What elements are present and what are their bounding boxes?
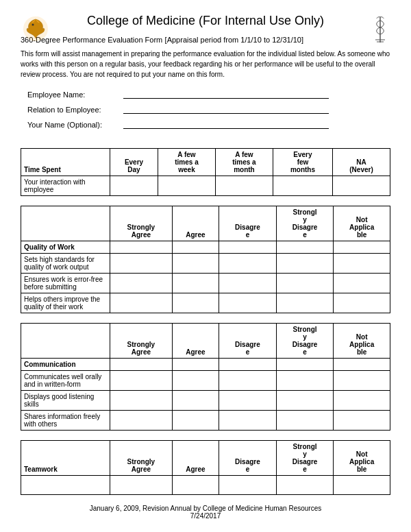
col-agree3: Agree <box>172 441 219 476</box>
relation-label: Relation to Employee: <box>27 106 123 114</box>
comm-header <box>21 324 110 359</box>
col-every-few-months: Everyfewmonths <box>273 149 332 176</box>
col-strongly-disagree: StronglyDisagree <box>276 206 334 241</box>
comm-row-header: Communication <box>21 359 110 371</box>
your-name-row: Your Name (Optional): <box>21 118 390 129</box>
svg-point-1 <box>32 24 34 26</box>
col-disagree2: Disagree <box>219 324 277 359</box>
teamwork-section: Teamwork StronglyAgree Agree Disagree St… <box>21 440 390 495</box>
intro-text: This form will assist management in prep… <box>21 49 390 80</box>
table-row: Shares information freely with others <box>21 411 390 431</box>
table-row: Communicates well orally and in written-… <box>21 371 390 391</box>
time-spent-section: Time Spent EveryDay A fewtimes aweek A f… <box>21 148 390 196</box>
logo-left <box>21 14 51 46</box>
footer-line2: 7/24/2017 <box>21 512 390 520</box>
table-row: Displays good listening skills <box>21 391 390 411</box>
col-few-times-week: A fewtimes aweek <box>158 149 216 176</box>
communication-section: StronglyAgree Agree Disagree StronglyDis… <box>21 323 390 431</box>
your-name-field[interactable] <box>123 118 329 129</box>
col-strongly-disagree2: StronglyDisagree <box>276 324 334 359</box>
col-not-applicable3: NotApplicable <box>334 441 390 476</box>
employee-name-row: Employee Name: <box>21 88 390 99</box>
teamwork-table: Teamwork StronglyAgree Agree Disagree St… <box>21 440 390 495</box>
quality-row-header: Quality of Work <box>21 241 110 254</box>
employee-name-label: Employee Name: <box>27 90 123 99</box>
communication-table: StronglyAgree Agree Disagree StronglyDis… <box>21 323 390 431</box>
relation-row: Relation to Employee: <box>21 103 390 114</box>
quality-table: StronglyAgree Agree Disagree StronglyDis… <box>21 206 390 313</box>
footer-line1: January 6, 2009, Revision Annual by Coll… <box>21 505 390 512</box>
col-every-day: EveryDay <box>110 149 158 176</box>
col-agree: Agree <box>172 206 219 241</box>
table-row <box>21 476 390 495</box>
footer: January 6, 2009, Revision Annual by Coll… <box>21 505 390 520</box>
time-spent-header: Time Spent <box>21 149 110 176</box>
time-spent-table: Time Spent EveryDay A fewtimes aweek A f… <box>21 148 390 196</box>
col-disagree: Disagree <box>219 206 277 241</box>
col-disagree3: Disagree <box>219 441 277 476</box>
page-title: College of Medicine (For Internal Use On… <box>87 14 324 28</box>
col-not-applicable2: NotApplicable <box>334 324 390 359</box>
table-row: Ensures work is error-free before submit… <box>21 274 390 293</box>
logo-right <box>370 14 390 46</box>
col-strongly-agree: StronglyAgree <box>110 206 173 241</box>
form-title: 360-Degree Performance Evaluation Form [… <box>21 35 390 45</box>
col-few-times-month: A fewtimes amonth <box>215 149 273 176</box>
col-strongly-agree3: StronglyAgree <box>110 441 173 476</box>
teamwork-header: Teamwork <box>21 441 110 476</box>
col-not-applicable: NotApplicable <box>334 206 390 241</box>
table-row: Sets high standards for quality of work … <box>21 254 390 274</box>
your-name-label: Your Name (Optional): <box>27 121 123 129</box>
col-strongly-disagree3: StronglyDisagree <box>276 441 334 476</box>
col-na: NA(Never) <box>333 149 390 176</box>
quality-section: StronglyAgree Agree Disagree StronglyDis… <box>21 206 390 313</box>
col-agree2: Agree <box>172 324 219 359</box>
col-strongly-agree2: StronglyAgree <box>110 324 173 359</box>
page-header: College of Medicine (For Internal Use On… <box>21 14 390 28</box>
employee-name-field[interactable] <box>123 88 329 99</box>
table-row: Your interaction with employee <box>21 176 390 196</box>
relation-field[interactable] <box>123 103 329 114</box>
quality-header <box>21 206 110 241</box>
table-row: Helps others improve the quality of thei… <box>21 293 390 313</box>
